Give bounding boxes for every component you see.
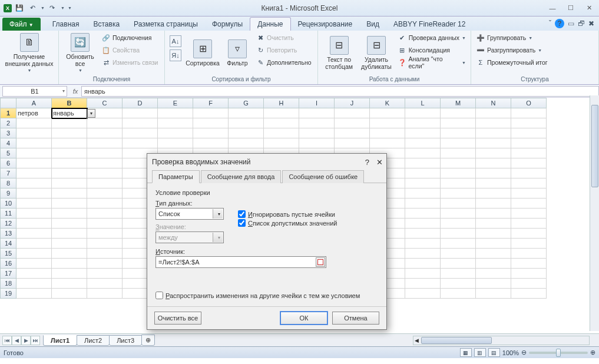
cell-C19[interactable] bbox=[87, 289, 123, 299]
cell-C16[interactable] bbox=[87, 259, 123, 269]
row-header-13[interactable]: 13 bbox=[0, 229, 16, 239]
col-header-I[interactable]: I bbox=[299, 98, 335, 108]
cell-B4[interactable] bbox=[52, 138, 87, 148]
cell-L7[interactable] bbox=[405, 168, 441, 178]
row-header-1[interactable]: 1 bbox=[0, 108, 16, 118]
in-cell-dropdown-checkbox[interactable]: Список допустимых значений bbox=[238, 219, 337, 227]
range-picker-icon[interactable] bbox=[316, 257, 325, 267]
row-header-15[interactable]: 15 bbox=[0, 249, 16, 259]
cell-L5[interactable] bbox=[405, 148, 441, 158]
row-header-7[interactable]: 7 bbox=[0, 168, 16, 178]
cell-N17[interactable] bbox=[476, 269, 511, 279]
cell-L11[interactable] bbox=[405, 209, 441, 219]
page-layout-button[interactable]: ▥ bbox=[474, 348, 486, 357]
cell-O6[interactable] bbox=[511, 158, 547, 168]
cell-L17[interactable] bbox=[405, 269, 441, 279]
cell-L10[interactable] bbox=[405, 198, 441, 209]
cell-A13[interactable] bbox=[16, 229, 52, 239]
ignore-blank-checkbox[interactable]: Игнорировать пустые ячейки bbox=[238, 210, 337, 218]
cell-M7[interactable] bbox=[441, 168, 476, 178]
cell-O19[interactable] bbox=[511, 289, 547, 299]
cell-N16[interactable] bbox=[476, 259, 511, 269]
cell-G2[interactable] bbox=[229, 118, 264, 128]
cell-N1[interactable] bbox=[476, 108, 511, 118]
cell-L8[interactable] bbox=[405, 178, 441, 188]
cell-K1[interactable] bbox=[370, 108, 405, 118]
cell-dropdown-icon[interactable]: ▾ bbox=[87, 109, 95, 118]
cell-I1[interactable] bbox=[299, 108, 335, 118]
cell-L19[interactable] bbox=[405, 289, 441, 299]
cell-K2[interactable] bbox=[370, 118, 405, 128]
cell-F3[interactable] bbox=[193, 128, 229, 138]
cell-B12[interactable] bbox=[52, 219, 87, 229]
cell-A12[interactable] bbox=[16, 219, 52, 229]
cell-M2[interactable] bbox=[441, 118, 476, 128]
cell-J1[interactable] bbox=[335, 108, 370, 118]
filter-button[interactable]: ▿Фильтр bbox=[223, 32, 252, 74]
cell-M4[interactable] bbox=[441, 138, 476, 148]
allow-select[interactable]: Список▾ bbox=[155, 208, 224, 220]
cell-L15[interactable] bbox=[405, 249, 441, 259]
cell-A9[interactable] bbox=[16, 188, 52, 198]
tab-data[interactable]: Данные bbox=[250, 17, 290, 31]
cell-L13[interactable] bbox=[405, 229, 441, 239]
cell-B2[interactable] bbox=[52, 118, 87, 128]
col-header-H[interactable]: H bbox=[264, 98, 299, 108]
cell-L1[interactable] bbox=[405, 108, 441, 118]
cell-E1[interactable] bbox=[158, 108, 193, 118]
cell-I2[interactable] bbox=[299, 118, 335, 128]
cell-C8[interactable] bbox=[87, 178, 123, 188]
col-header-O[interactable]: O bbox=[511, 98, 547, 108]
cell-O7[interactable] bbox=[511, 168, 547, 178]
cell-A8[interactable] bbox=[16, 178, 52, 188]
cell-N8[interactable] bbox=[476, 178, 511, 188]
cell-M11[interactable] bbox=[441, 209, 476, 219]
cell-M1[interactable] bbox=[441, 108, 476, 118]
cell-I3[interactable] bbox=[299, 128, 335, 138]
cell-A4[interactable] bbox=[16, 138, 52, 148]
row-header-11[interactable]: 11 bbox=[0, 209, 16, 219]
cell-C4[interactable] bbox=[87, 138, 123, 148]
cell-N14[interactable] bbox=[476, 239, 511, 249]
cell-O15[interactable] bbox=[511, 249, 547, 259]
cell-N13[interactable] bbox=[476, 229, 511, 239]
col-header-L[interactable]: L bbox=[405, 98, 441, 108]
cell-O16[interactable] bbox=[511, 259, 547, 269]
cell-B1[interactable]: январь bbox=[52, 108, 87, 118]
cell-A6[interactable] bbox=[16, 158, 52, 168]
ok-button[interactable]: ОК bbox=[280, 312, 327, 325]
propagate-checkbox[interactable]: Распространить изменения на другие ячейк… bbox=[155, 292, 378, 299]
tab-insert[interactable]: Вставка bbox=[86, 18, 127, 31]
col-header-F[interactable]: F bbox=[193, 98, 229, 108]
tab-page-layout[interactable]: Разметка страницы bbox=[127, 18, 205, 31]
cell-B8[interactable] bbox=[52, 178, 87, 188]
cell-H1[interactable] bbox=[264, 108, 299, 118]
page-break-button[interactable]: ▤ bbox=[488, 348, 500, 357]
cell-D1[interactable] bbox=[123, 108, 158, 118]
tab-review[interactable]: Рецензирование bbox=[291, 18, 360, 31]
cell-L12[interactable] bbox=[405, 219, 441, 229]
cell-F4[interactable] bbox=[193, 138, 229, 148]
cell-M17[interactable] bbox=[441, 269, 476, 279]
cell-C15[interactable] bbox=[87, 249, 123, 259]
cell-F2[interactable] bbox=[193, 118, 229, 128]
source-input[interactable]: =Лист2!$A:$A bbox=[155, 256, 326, 268]
cell-C3[interactable] bbox=[87, 128, 123, 138]
sort-desc-button[interactable]: Я↓ bbox=[168, 49, 183, 61]
cell-G3[interactable] bbox=[229, 128, 264, 138]
cell-L9[interactable] bbox=[405, 188, 441, 198]
sheet-tab-2[interactable]: Лист2 bbox=[77, 335, 110, 346]
cell-L4[interactable] bbox=[405, 138, 441, 148]
what-if-button[interactable]: ❓Анализ "что если"▼ bbox=[396, 57, 467, 68]
zoom-out-button[interactable]: ⊖ bbox=[521, 349, 527, 356]
cell-O11[interactable] bbox=[511, 209, 547, 219]
cell-B3[interactable] bbox=[52, 128, 87, 138]
maximize-button[interactable]: ☐ bbox=[562, 3, 580, 14]
cell-L18[interactable] bbox=[405, 279, 441, 289]
new-sheet-button[interactable]: ⊕ bbox=[141, 335, 155, 346]
cell-L2[interactable] bbox=[405, 118, 441, 128]
formula-input[interactable]: январь bbox=[81, 86, 599, 97]
cell-C5[interactable] bbox=[87, 148, 123, 158]
cell-J4[interactable] bbox=[335, 138, 370, 148]
row-header-12[interactable]: 12 bbox=[0, 219, 16, 229]
